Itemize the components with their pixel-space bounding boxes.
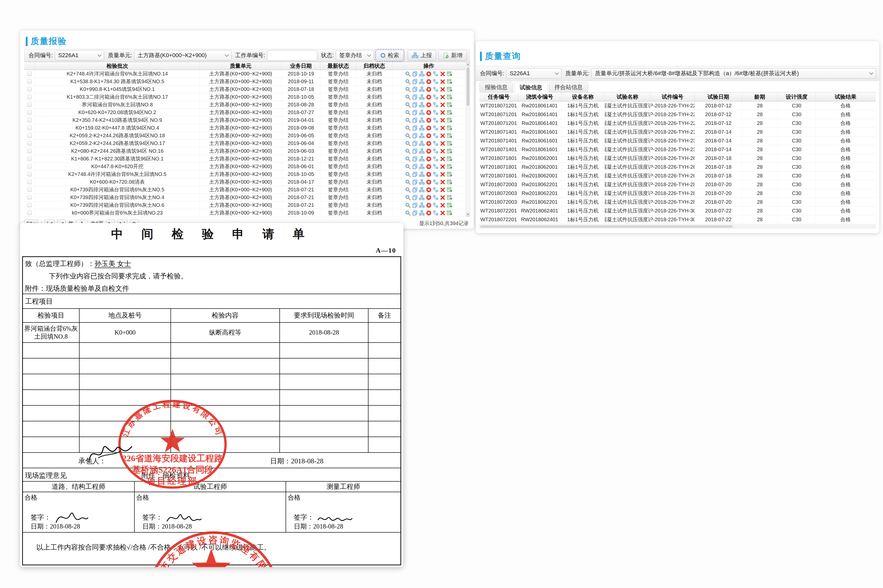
table-row[interactable]: WT2018071801 Rw2018062001 1标1号压力机 混凝土试件抗… — [480, 163, 876, 171]
contract-select[interactable]: S226A1 — [55, 50, 104, 60]
delete-icon[interactable] — [440, 171, 445, 177]
view-icon[interactable] — [405, 117, 411, 123]
export-icon[interactable] — [447, 102, 453, 108]
flow-icon[interactable] — [433, 148, 439, 154]
export-icon[interactable] — [447, 125, 453, 131]
table-row[interactable]: 界河箱涵台背6%灰土回填NO.8 土方路基(K0+000~K2+900) 201… — [24, 101, 465, 109]
table-row[interactable]: K2+080-K2+244.26路基填筑94区 NO.16 土方路基(K0+00… — [24, 147, 465, 155]
flow-icon[interactable] — [433, 202, 439, 208]
table-row[interactable]: K0+600-K0+720.08清表 土方路基(K0+000~K2+900) 2… — [24, 178, 465, 186]
revoke-icon[interactable] — [426, 202, 432, 208]
submit-flow-icon[interactable] — [419, 102, 425, 108]
submit-flow-icon[interactable] — [419, 79, 425, 84]
report-button[interactable]: 上报 — [408, 50, 436, 61]
submit-flow-icon[interactable] — [419, 171, 425, 177]
flow-icon[interactable] — [433, 141, 439, 146]
scrollbar-thumb[interactable] — [480, 225, 733, 228]
copy-icon[interactable] — [412, 187, 418, 193]
flow-icon[interactable] — [433, 156, 439, 162]
delete-icon[interactable] — [440, 117, 445, 123]
export-icon[interactable] — [447, 141, 453, 146]
unit-select[interactable]: 质量单元/拼茶运河大桥/6#墩-8#墩基础及下部构造（a）/6#墩/桩基(拼茶运… — [592, 68, 876, 78]
table-row[interactable]: WT2018072003 Rw2018062201 1标1号压力机 混凝土试件抗… — [480, 180, 876, 189]
copy-icon[interactable] — [412, 148, 418, 154]
table-row[interactable]: WT2018071401 Rw2018061601 1标1号压力机 混凝土试件抗… — [480, 145, 876, 154]
row-checkbox[interactable] — [27, 80, 31, 84]
export-icon[interactable] — [447, 79, 453, 84]
worksheet-input[interactable] — [267, 50, 317, 60]
view-icon[interactable] — [405, 125, 411, 131]
view-icon[interactable] — [405, 195, 411, 200]
row-checkbox[interactable] — [27, 203, 31, 207]
search-button[interactable]: 检索 — [376, 50, 403, 61]
view-icon[interactable] — [405, 71, 411, 77]
delete-icon[interactable] — [440, 87, 445, 92]
revoke-icon[interactable] — [426, 94, 432, 100]
flow-icon[interactable] — [433, 71, 439, 77]
copy-icon[interactable] — [412, 125, 418, 131]
table-row[interactable]: WT2018072201 RW2018062401 1标1号压力机 混凝土试件抗… — [480, 215, 876, 224]
table-row[interactable]: K0+990.8-K1+045填筑94区NO.1 土方路基(K0+000~K2+… — [24, 86, 465, 93]
row-checkbox[interactable] — [27, 110, 31, 115]
copy-icon[interactable] — [412, 195, 418, 200]
export-icon[interactable] — [447, 148, 453, 154]
export-icon[interactable] — [447, 202, 453, 208]
row-checkbox[interactable] — [27, 134, 31, 138]
export-icon[interactable] — [447, 164, 453, 170]
flow-icon[interactable] — [433, 94, 439, 100]
delete-icon[interactable] — [440, 133, 445, 139]
export-icon[interactable] — [447, 94, 453, 100]
submit-flow-icon[interactable] — [419, 156, 425, 162]
view-icon[interactable] — [405, 202, 411, 208]
table-row[interactable]: K0+739四排河箱涵台背回填6%灰土NO.4 土方路基(K0+000~K2+9… — [24, 194, 465, 201]
table-row[interactable]: WT2018072201 RW2018062401 1标1号压力机 混凝土试件抗… — [480, 207, 876, 215]
row-checkbox[interactable] — [27, 172, 31, 176]
flow-icon[interactable] — [433, 125, 439, 131]
delete-icon[interactable] — [440, 179, 445, 185]
table-row[interactable]: WT2018071401 Rw2018061601 1标1号压力机 混凝土试件抗… — [480, 136, 876, 145]
flow-icon[interactable] — [433, 79, 439, 84]
revoke-icon[interactable] — [426, 156, 432, 162]
revoke-icon[interactable] — [426, 102, 432, 108]
scrollbar-thumb[interactable] — [466, 67, 469, 106]
row-checkbox[interactable] — [27, 141, 31, 146]
revoke-icon[interactable] — [426, 187, 432, 193]
view-icon[interactable] — [405, 187, 411, 193]
row-checkbox[interactable] — [27, 102, 31, 107]
submit-flow-icon[interactable] — [419, 117, 425, 123]
flow-icon[interactable] — [433, 117, 439, 123]
view-icon[interactable] — [405, 102, 411, 108]
vertical-scrollbar[interactable]: ▲ ▼ — [466, 62, 470, 217]
copy-icon[interactable] — [412, 179, 418, 185]
tab-mixing-station-info[interactable]: 拌合站信息 — [549, 82, 588, 93]
submit-flow-icon[interactable] — [419, 141, 425, 146]
export-icon[interactable] — [447, 171, 453, 177]
row-checkbox[interactable] — [27, 211, 31, 215]
delete-icon[interactable] — [440, 202, 445, 208]
revoke-icon[interactable] — [426, 179, 432, 185]
flow-icon[interactable] — [433, 110, 439, 116]
copy-icon[interactable] — [412, 133, 418, 139]
export-icon[interactable] — [447, 133, 453, 139]
revoke-icon[interactable] — [426, 164, 432, 170]
flow-icon[interactable] — [433, 164, 439, 170]
table-row[interactable]: WT2018071201 Rw2018061401 1标1号压力机 混凝土试件抗… — [480, 110, 876, 119]
submit-flow-icon[interactable] — [419, 87, 425, 92]
revoke-icon[interactable] — [426, 171, 432, 177]
copy-icon[interactable] — [412, 110, 418, 116]
row-checkbox[interactable] — [27, 180, 31, 184]
export-icon[interactable] — [447, 187, 453, 193]
horizontal-scrollbar[interactable] — [480, 225, 876, 228]
table-row[interactable]: k0+000界河箱涵台背6%灰土回填NO.23 土方路基(K0+000~K2+9… — [24, 209, 465, 217]
tab-report-info[interactable]: 报验信息 — [480, 82, 513, 93]
table-row[interactable]: K0+739四排河箱涵台背回填6%灰土NO.5 土方路基(K0+000~K2+9… — [24, 186, 465, 194]
add-button[interactable]: 新增 — [438, 50, 467, 61]
table-row[interactable]: WT2018071201 Rw2018061401 1标1号压力机 混凝土试件抗… — [480, 102, 876, 110]
row-checkbox[interactable] — [27, 157, 31, 161]
row-checkbox[interactable] — [27, 95, 31, 99]
revoke-icon[interactable] — [426, 71, 432, 77]
delete-icon[interactable] — [440, 156, 445, 162]
copy-icon[interactable] — [412, 71, 418, 77]
delete-icon[interactable] — [440, 187, 445, 193]
revoke-icon[interactable] — [426, 148, 432, 154]
